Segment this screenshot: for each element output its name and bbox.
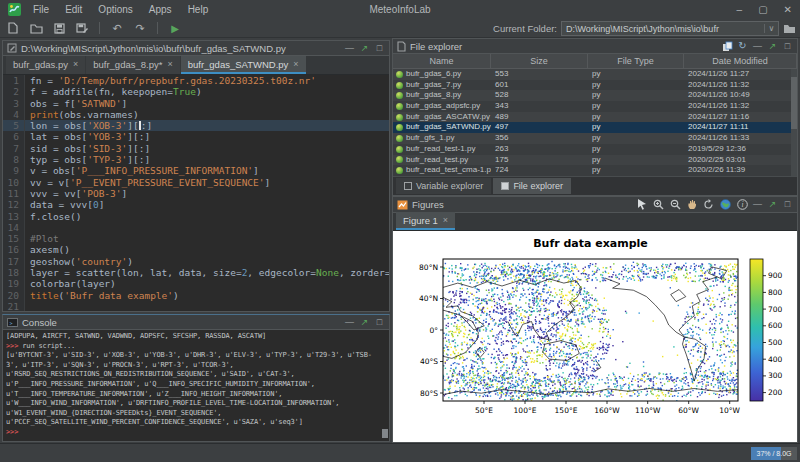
run-icon[interactable]: ▶ xyxy=(167,20,183,36)
panel-float-icon[interactable]: ↗ xyxy=(767,42,778,51)
close-icon[interactable]: ✕ xyxy=(784,4,792,15)
file-row[interactable]: bufr_gdas_6.py553py2024/11/26 11:27 xyxy=(393,69,797,80)
file-table-scrollbar[interactable] xyxy=(791,69,797,176)
globe-icon[interactable] xyxy=(720,199,731,210)
file-size: 343 xyxy=(491,101,588,112)
file-row[interactable]: bufr_read_test-1.py263py2019/5/29 12:36 xyxy=(393,144,797,155)
line-number: 5 xyxy=(3,120,25,131)
panel-maximize-icon[interactable]: □ xyxy=(782,200,793,209)
menu-options[interactable]: Options xyxy=(90,0,140,19)
menu-apps[interactable]: Apps xyxy=(141,0,180,19)
file-type: py xyxy=(588,144,684,155)
line-number: 18 xyxy=(3,267,25,278)
undo-icon[interactable]: ↶ xyxy=(109,20,125,36)
svg-text:800: 800 xyxy=(768,288,783,297)
refresh-icon[interactable]: ↻ xyxy=(737,41,748,51)
chevron-down-icon[interactable]: ∨ xyxy=(764,24,778,33)
file-row[interactable]: bufr_gdas_7.py601py2024/11/26 11:32 xyxy=(393,80,797,91)
file-date: 2020/2/25 03:01 xyxy=(684,155,797,166)
code-line: 1fn = 'D:/Temp/bufr/prepbufr.gdas.202303… xyxy=(3,75,389,86)
column-header[interactable]: File Type xyxy=(588,54,684,68)
save-icon[interactable] xyxy=(51,20,67,36)
redo-icon[interactable]: ↷ xyxy=(132,20,148,36)
panel-minimize-icon[interactable]: — xyxy=(752,42,763,51)
editor-tab[interactable]: bufr_gdas_SATWND.py× xyxy=(181,56,306,74)
tab-close-icon[interactable]: × xyxy=(293,59,298,69)
code-line: 3obs = f['SATWND'] xyxy=(3,98,389,109)
menu-help[interactable]: Help xyxy=(180,0,217,19)
panel-float-icon[interactable]: ↗ xyxy=(359,44,370,53)
editor-tab[interactable]: bufr_gdas.py× xyxy=(6,56,85,74)
panel-maximize-icon[interactable]: □ xyxy=(782,42,793,51)
browse-folder-icon[interactable] xyxy=(783,23,796,34)
main-toolbar: ↶ ↷ ▶ Current Folder: D:\Working\MIScrip… xyxy=(0,19,800,38)
file-row[interactable]: bufr_gdas_8.py528py2024/11/26 10:49 xyxy=(393,90,797,101)
line-number: 7 xyxy=(3,143,25,154)
file-row[interactable]: bufr_read_test.py175py2020/2/25 03:01 xyxy=(393,155,797,166)
file-row[interactable]: bufr_gfs_1.py356py2024/11/26 11:33 xyxy=(393,133,797,144)
figure-canvas[interactable]: Bufr data example50°E100°E150°E160°W110°… xyxy=(393,231,797,442)
svg-text:10°W: 10°W xyxy=(719,406,740,415)
file-row[interactable]: bufr_gdas_SATWND.py497py2024/11/27 11:11 xyxy=(393,122,797,133)
explorer-tab-variable-explorer[interactable]: Variable explorer xyxy=(396,178,491,194)
save-as-icon[interactable] xyxy=(74,20,90,36)
explorer-tab-file-explorer[interactable]: File explorer xyxy=(493,178,571,194)
current-folder-combobox[interactable]: D:\Working\MIScript\Jython\mis\io\bufr ∨ xyxy=(561,21,779,36)
rotate-icon[interactable] xyxy=(703,199,714,210)
figure-tab-bar: Figure 1 × xyxy=(393,213,797,231)
zoom-out-icon[interactable] xyxy=(670,199,681,210)
editor-tab[interactable]: bufr_gdas_8.py*× xyxy=(86,56,179,74)
code-editor[interactable]: 1fn = 'D:/Temp/bufr/prepbufr.gdas.202303… xyxy=(3,75,389,311)
console-title: Console xyxy=(22,317,57,328)
panel-maximize-icon[interactable]: □ xyxy=(374,318,385,327)
copy-page-icon[interactable] xyxy=(722,41,733,52)
cursor-icon[interactable] xyxy=(637,199,647,210)
pan-icon[interactable] xyxy=(687,199,697,210)
column-header[interactable]: Name xyxy=(393,54,491,68)
figure-tab[interactable]: Figure 1 × xyxy=(396,212,455,230)
svg-text:160°W: 160°W xyxy=(594,406,620,415)
zoom-in-icon[interactable] xyxy=(653,199,664,210)
minimize-icon[interactable]: – xyxy=(737,4,743,15)
console-line: u'P___INFO_PRESSURE_INFORMATION', u'Q___… xyxy=(6,380,386,390)
file-size: 175 xyxy=(491,155,588,166)
scrollbar-thumb[interactable] xyxy=(791,77,797,129)
console-output[interactable]: [ADPUPA, AIRCFT, SATWND, VADWND, ADPSFC,… xyxy=(3,330,389,441)
editor-file-path: D:\Working\MIScript\Jython\mis\io\bufr\b… xyxy=(21,43,286,54)
svg-text:40°N: 40°N xyxy=(419,294,438,303)
panel-float-icon[interactable]: ↗ xyxy=(767,200,778,209)
tab-close-icon[interactable]: × xyxy=(443,215,448,225)
menu-edit[interactable]: Edit xyxy=(57,0,90,19)
console-header: >_ Console — ↗ □ xyxy=(3,315,389,330)
tab-close-icon[interactable]: × xyxy=(167,59,172,69)
line-number: 9 xyxy=(3,165,25,176)
column-header[interactable]: Size xyxy=(491,54,588,68)
file-row[interactable]: bufr_read_test_cma-1.py724py2020/2/26 11… xyxy=(393,165,797,176)
file-type: py xyxy=(588,112,684,123)
file-table: bufr_gdas_6.py553py2024/11/26 11:27bufr_… xyxy=(393,69,797,176)
new-file-icon[interactable] xyxy=(5,20,21,36)
file-icon xyxy=(397,41,406,52)
panel-float-icon[interactable]: ↗ xyxy=(359,318,370,327)
file-date: 2024/11/26 11:32 xyxy=(684,80,797,91)
panel-maximize-icon[interactable]: □ xyxy=(374,44,385,53)
svg-text:Bufr data example: Bufr data example xyxy=(533,237,648,250)
menu-file[interactable]: File xyxy=(25,0,57,19)
file-type: py xyxy=(588,155,684,166)
file-row[interactable]: bufr_gdas_adpsfc.py343py2024/11/26 11:32 xyxy=(393,101,797,112)
line-number: 8 xyxy=(3,154,25,165)
code-line: 7sid = obs['SID-3'][:] xyxy=(3,143,389,154)
file-row[interactable]: bufr_gdas_ASCATW.py489py2024/11/27 11:16 xyxy=(393,112,797,123)
panel-minimize-icon[interactable]: — xyxy=(752,200,763,209)
svg-text:40°S: 40°S xyxy=(420,357,438,366)
panel-minimize-icon[interactable]: — xyxy=(344,318,355,327)
open-file-icon[interactable] xyxy=(28,20,44,36)
line-number: 6 xyxy=(3,131,25,142)
column-header[interactable]: Date Modified xyxy=(684,54,797,68)
console-line: u'T___INFO_TEMPERATURE_INFORMATION', u'Z… xyxy=(6,390,386,400)
maximize-icon[interactable]: ▢ xyxy=(758,4,767,15)
console-scrollbar[interactable] xyxy=(382,429,388,438)
tab-close-icon[interactable]: × xyxy=(73,59,78,69)
info-icon[interactable]: i xyxy=(737,199,748,210)
panel-minimize-icon[interactable]: — xyxy=(344,44,355,53)
